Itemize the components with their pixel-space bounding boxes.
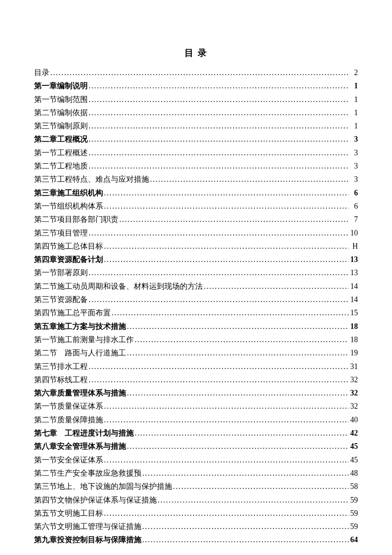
- toc-entry-label: 第一节编制范围: [34, 93, 88, 106]
- toc-entry: 第一章编制说明1: [34, 80, 358, 92]
- toc-entry: 第一节编制范围1: [34, 93, 358, 106]
- toc-entry-page: 15: [349, 307, 358, 319]
- toc-entry-page: 64: [349, 534, 358, 546]
- toc-entry: 第三节工程特点、难点与应对措施3: [34, 173, 358, 186]
- toc-entry-page: 32: [349, 374, 358, 386]
- toc-leader-dots: [89, 267, 349, 279]
- toc-entry: 第六章质量管理体系与措施32: [34, 387, 358, 399]
- toc-entry-label: 第三节编制原则: [34, 120, 88, 132]
- toc-leader-dots: [89, 107, 349, 119]
- toc-entry: 第三节地上、地下设施的加固与保护措施58: [34, 480, 358, 493]
- toc-leader-dots: [142, 534, 349, 546]
- toc-title: 目 录: [34, 47, 358, 59]
- toc-entry: 第二章工程概况3: [34, 133, 358, 145]
- toc-leader-dots: [89, 227, 349, 239]
- toc-entry-label: 第五章施工方案与技术措施: [34, 320, 126, 333]
- toc-entry: 第二节施工动员周期和设备、材料运到现场的方法14: [34, 280, 358, 293]
- toc-entry-label: 第四节文物保护保证体系与保证措施: [34, 494, 157, 506]
- toc-entry-page: 59: [349, 507, 358, 520]
- toc-entry-label: 第一章编制说明: [34, 80, 88, 92]
- toc-entry: 第一节安全保证体系45: [34, 454, 358, 466]
- toc-entry: 第二节项目部各部门职责7: [34, 213, 358, 226]
- toc-entry-page: 18: [349, 334, 358, 346]
- toc-entry: 第八章安全管理体系与措施45: [34, 440, 358, 453]
- toc-entry-label: 第二节施工动员周期和设备、材料运到现场的方法: [34, 280, 203, 293]
- toc-entry: 第三节编制原则1: [34, 120, 358, 132]
- toc-entry-page: 13: [349, 267, 358, 279]
- toc-entry: 第三章施工组织机构6: [34, 187, 358, 199]
- toc-entry-label: 第三章施工组织机构: [34, 187, 103, 199]
- toc-entry: 第三节资源配备14: [34, 293, 358, 306]
- toc-entry-page: 14: [349, 293, 358, 306]
- toc-leader-dots: [89, 133, 349, 145]
- toc-entry-page: 32: [349, 387, 358, 399]
- toc-entry: 第二节生产安全事故应急救援预48: [34, 467, 358, 479]
- toc-entry-page: 1: [349, 107, 358, 119]
- toc-leader-dots: [127, 440, 349, 453]
- toc-leader-dots: [173, 480, 349, 493]
- toc-leader-dots: [89, 160, 349, 172]
- toc-entry-label: 第二节工程地质: [34, 160, 88, 172]
- toc-entry-page: 45: [349, 440, 358, 453]
- toc-entry-page: 6: [349, 200, 358, 212]
- toc-entry-label: 第二章工程概况: [34, 133, 88, 145]
- toc-entry-page: 3: [349, 133, 358, 145]
- toc-entry-label: 第三节资源配备: [34, 293, 88, 306]
- toc-entry-page: 14: [349, 280, 358, 293]
- toc-entry: 第二节质量保障措施40: [34, 414, 358, 426]
- toc-entry-page: 59: [349, 494, 358, 506]
- toc-leader-dots: [127, 320, 349, 333]
- toc-entry-page: 31: [349, 360, 358, 373]
- toc-leader-dots: [89, 360, 349, 373]
- toc-entry: 第一节质量保证体系32: [34, 400, 358, 413]
- toc-entry: 第七章 工程进度计划与措施42: [34, 427, 358, 439]
- toc-entry-page: 7: [349, 213, 358, 226]
- toc-entry-page: 32: [349, 400, 358, 413]
- toc-leader-dots: [127, 347, 349, 359]
- toc-entry-label: 第二节质量保障措施: [34, 414, 103, 426]
- toc-entry-label: 第一节工程概述: [34, 147, 88, 159]
- toc-entry: 第四节标线工程32: [34, 374, 358, 386]
- toc-entry-label: 第八章安全管理体系与措施: [34, 440, 126, 453]
- toc-entry-label: 第三节工程特点、难点与应对措施: [34, 173, 149, 186]
- toc-leader-dots: [104, 507, 349, 520]
- toc-entry-page: H: [349, 240, 358, 253]
- toc-entry-label: 第一节施工前测量与排水工作: [34, 334, 134, 346]
- toc-entry-page: 45: [349, 454, 358, 466]
- toc-entry-label: 第七章 工程进度计划与措施: [34, 427, 134, 439]
- toc-entry-page: 42: [349, 427, 358, 439]
- toc-leader-dots: [104, 253, 349, 266]
- toc-entry: 第六节文明施工管理与保证措施59: [34, 520, 358, 533]
- toc-entry-page: 3: [349, 173, 358, 186]
- toc-leader-dots: [142, 467, 349, 479]
- toc-entry: 第一节组织机构体系6: [34, 200, 358, 212]
- toc-entry-label: 第五节文明施工目标: [34, 507, 103, 520]
- toc-entry-label: 第九章投资控制目标与保障措施: [34, 534, 141, 546]
- toc-entry: 第二节 路面与人行道施工19: [34, 347, 358, 359]
- toc-entry-page: 1: [349, 80, 358, 92]
- toc-leader-dots: [89, 147, 349, 159]
- toc-leader-dots: [104, 454, 349, 466]
- toc-entry-label: 第四节施工总体目标: [34, 240, 103, 253]
- toc-entry: 第三节排水工程31: [34, 360, 358, 373]
- toc-leader-dots: [119, 213, 349, 226]
- toc-entry: 第五节文明施工目标59: [34, 507, 358, 520]
- toc-entry-label: 第二节生产安全事故应急救援预: [34, 467, 141, 479]
- toc-entry: 目录2: [34, 67, 358, 79]
- toc-leader-dots: [104, 414, 349, 426]
- toc-entry-page: 3: [349, 160, 358, 172]
- toc-entry-page: 48: [349, 467, 358, 479]
- toc-leader-dots: [104, 200, 349, 212]
- toc-entry-page: 19: [349, 347, 358, 359]
- toc-entry-label: 第二节编制依据: [34, 107, 88, 119]
- toc-entry-label: 第四节施工总平面布置: [34, 307, 111, 319]
- toc-leader-dots: [104, 400, 349, 413]
- toc-entry-label: 第一节部署原则: [34, 267, 88, 279]
- toc-leader-dots: [135, 427, 349, 439]
- toc-entry: 第三节项目管理10: [34, 227, 358, 239]
- toc-entry: 第四章资源配备计划13: [34, 253, 358, 266]
- toc-list: 目录2第一章编制说明1第一节编制范围1第二节编制依据1第三节编制原则1第二章工程…: [34, 67, 358, 546]
- toc-leader-dots: [89, 374, 349, 386]
- toc-entry-page: 10: [349, 227, 358, 239]
- toc-leader-dots: [204, 280, 349, 293]
